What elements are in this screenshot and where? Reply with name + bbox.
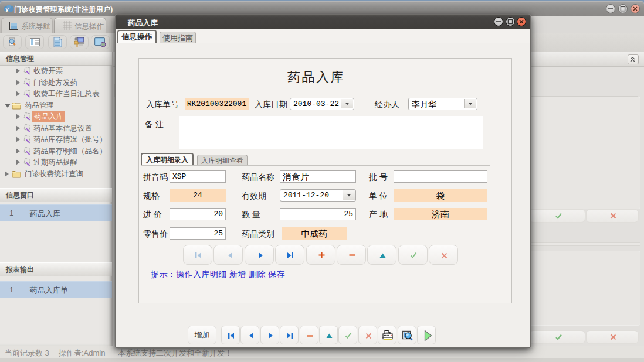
- svg-text:y: y: [5, 5, 9, 12]
